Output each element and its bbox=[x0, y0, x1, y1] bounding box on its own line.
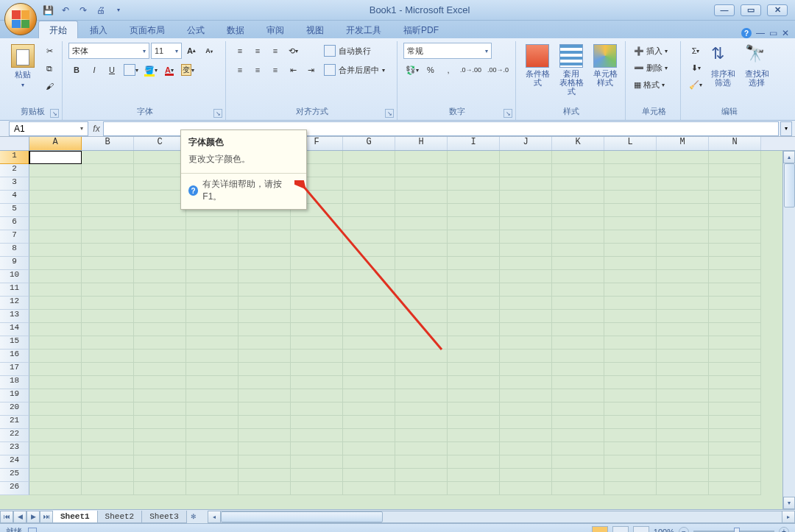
cell[interactable] bbox=[291, 482, 343, 495]
row-header[interactable]: 8 bbox=[0, 244, 29, 257]
cell[interactable] bbox=[395, 270, 448, 283]
macro-record-icon[interactable] bbox=[28, 528, 37, 533]
cell[interactable] bbox=[500, 429, 552, 442]
zoom-in-button[interactable]: + bbox=[779, 527, 789, 533]
fill-color-button[interactable]: 🪣▾ bbox=[142, 62, 160, 78]
cell[interactable] bbox=[29, 416, 82, 429]
cell[interactable] bbox=[239, 455, 291, 469]
cell[interactable] bbox=[82, 257, 134, 270]
cell[interactable] bbox=[500, 416, 552, 429]
cell[interactable] bbox=[291, 283, 343, 297]
column-header[interactable]: L bbox=[604, 137, 657, 150]
cell[interactable] bbox=[448, 482, 500, 495]
cell[interactable] bbox=[343, 244, 395, 257]
cell[interactable] bbox=[395, 469, 448, 482]
cell[interactable] bbox=[239, 482, 291, 495]
cell[interactable] bbox=[657, 177, 709, 191]
cell[interactable] bbox=[134, 429, 186, 442]
align-left-button[interactable]: ≡ bbox=[232, 62, 248, 78]
cell[interactable] bbox=[395, 323, 448, 336]
cell[interactable] bbox=[291, 442, 343, 455]
cell[interactable] bbox=[82, 376, 134, 389]
cell[interactable] bbox=[134, 244, 186, 257]
cell[interactable] bbox=[186, 416, 239, 429]
cell[interactable] bbox=[291, 363, 343, 376]
cell[interactable] bbox=[552, 442, 604, 455]
cell[interactable] bbox=[239, 363, 291, 376]
cell[interactable] bbox=[29, 469, 82, 482]
row-header[interactable]: 16 bbox=[0, 350, 29, 363]
column-header[interactable]: C bbox=[134, 137, 186, 150]
cell[interactable] bbox=[395, 257, 448, 270]
cell[interactable] bbox=[657, 191, 709, 204]
cell[interactable] bbox=[604, 469, 657, 482]
row-header[interactable]: 2 bbox=[0, 164, 29, 177]
cell[interactable] bbox=[604, 402, 657, 416]
cell[interactable] bbox=[552, 350, 604, 363]
cut-button[interactable]: ✂ bbox=[41, 43, 57, 59]
tab-home[interactable]: 开始 bbox=[38, 21, 78, 38]
row-header[interactable]: 9 bbox=[0, 257, 29, 270]
cell[interactable] bbox=[552, 455, 604, 469]
tab-data[interactable]: 数据 bbox=[216, 21, 255, 38]
cell[interactable] bbox=[343, 283, 395, 297]
cell[interactable] bbox=[82, 283, 134, 297]
cell[interactable] bbox=[448, 230, 500, 244]
cell[interactable] bbox=[657, 244, 709, 257]
cell[interactable] bbox=[500, 191, 552, 204]
cell[interactable] bbox=[552, 376, 604, 389]
align-middle-button[interactable]: ≡ bbox=[250, 43, 266, 59]
cell[interactable] bbox=[448, 323, 500, 336]
cell[interactable] bbox=[343, 323, 395, 336]
cell[interactable] bbox=[291, 297, 343, 310]
cell[interactable] bbox=[82, 469, 134, 482]
cell[interactable] bbox=[657, 350, 709, 363]
cell[interactable] bbox=[552, 204, 604, 217]
cell-styles-button[interactable]: 单元格 样式 bbox=[590, 43, 621, 88]
row-header[interactable]: 22 bbox=[0, 429, 29, 442]
cell[interactable] bbox=[343, 164, 395, 177]
cell[interactable] bbox=[709, 230, 761, 244]
cell[interactable] bbox=[395, 244, 448, 257]
cell[interactable] bbox=[395, 455, 448, 469]
cell[interactable] bbox=[552, 323, 604, 336]
cell[interactable] bbox=[343, 191, 395, 204]
cell[interactable] bbox=[709, 389, 761, 402]
cell[interactable] bbox=[134, 204, 186, 217]
delete-cells-button[interactable]: ➖删除▾ bbox=[632, 60, 676, 76]
cell[interactable] bbox=[343, 455, 395, 469]
cell[interactable] bbox=[604, 164, 657, 177]
cell[interactable] bbox=[343, 416, 395, 429]
row-header[interactable]: 18 bbox=[0, 376, 29, 389]
cell[interactable] bbox=[604, 416, 657, 429]
cell[interactable] bbox=[134, 217, 186, 230]
cell[interactable] bbox=[448, 244, 500, 257]
cell[interactable] bbox=[395, 376, 448, 389]
office-button[interactable] bbox=[4, 3, 37, 35]
cell[interactable] bbox=[448, 376, 500, 389]
cell[interactable] bbox=[186, 389, 239, 402]
phonetic-button[interactable]: 变▾ bbox=[179, 62, 197, 78]
cell[interactable] bbox=[657, 442, 709, 455]
cell[interactable] bbox=[448, 164, 500, 177]
cell[interactable] bbox=[709, 429, 761, 442]
row-header[interactable]: 15 bbox=[0, 336, 29, 350]
cell[interactable] bbox=[29, 217, 82, 230]
cell[interactable] bbox=[604, 151, 657, 164]
column-header[interactable]: K bbox=[552, 137, 604, 150]
row-header[interactable]: 4 bbox=[0, 191, 29, 204]
cell[interactable] bbox=[709, 297, 761, 310]
cell[interactable] bbox=[29, 442, 82, 455]
cell[interactable] bbox=[186, 376, 239, 389]
cell[interactable] bbox=[291, 257, 343, 270]
underline-button[interactable]: U bbox=[104, 62, 120, 78]
zoom-thumb[interactable] bbox=[734, 528, 740, 533]
cell[interactable] bbox=[604, 350, 657, 363]
cell[interactable] bbox=[343, 336, 395, 350]
name-box[interactable]: A1▾ bbox=[9, 121, 88, 136]
cell[interactable] bbox=[448, 416, 500, 429]
cell[interactable] bbox=[709, 336, 761, 350]
row-header[interactable]: 10 bbox=[0, 270, 29, 283]
cell[interactable] bbox=[186, 442, 239, 455]
column-header[interactable]: A bbox=[29, 137, 82, 150]
